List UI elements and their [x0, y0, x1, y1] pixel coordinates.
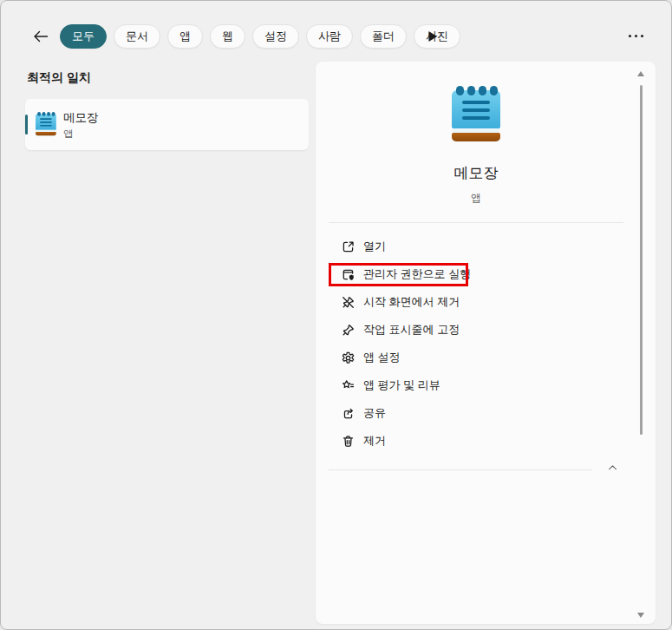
filter-pill-people[interactable]: 사람 — [306, 24, 353, 49]
play-triangle-icon — [427, 30, 438, 43]
action-open[interactable]: 열기 — [316, 233, 636, 260]
filter-pill-apps[interactable]: 앱 — [167, 24, 203, 49]
result-title: 메모장 — [63, 110, 99, 126]
filter-label: 앱 — [179, 29, 191, 44]
preview-panel: 메모장 앱 열기 관리자 권한으로 실행 — [316, 62, 656, 624]
ellipsis-icon — [629, 35, 631, 37]
action-label: 관리자 권한으로 실행 — [363, 266, 471, 282]
filter-label: 웹 — [222, 29, 233, 44]
filter-label: 사람 — [318, 29, 341, 44]
notepad-app-icon — [36, 112, 56, 136]
run-as-admin-shield-icon — [341, 267, 356, 282]
rate-review-star-icon — [341, 378, 356, 393]
open-icon — [341, 240, 356, 254]
back-arrow-icon — [32, 29, 49, 44]
filter-label: 설정 — [264, 29, 287, 44]
filter-label: 폴더 — [372, 29, 395, 44]
action-label: 열기 — [363, 239, 386, 254]
pin-to-taskbar-icon — [341, 323, 356, 338]
action-unpin-from-start[interactable]: 시작 화면에서 제거 — [316, 288, 636, 316]
action-label: 공유 — [363, 405, 386, 421]
filter-label: 문서 — [126, 29, 148, 44]
action-label: 앱 평가 및 리뷰 — [363, 377, 440, 393]
divider — [329, 222, 623, 223]
preview-app-subtitle: 앱 — [316, 191, 636, 206]
selection-accent-bar — [25, 115, 28, 135]
chevron-up-icon — [606, 462, 619, 474]
action-app-settings[interactable]: 앱 설정 — [316, 344, 636, 371]
action-label: 작업 표시줄에 고정 — [363, 322, 460, 338]
search-filter-bar: 모두 문서 앱 웹 설정 사람 폴더 사진 — [1, 1, 671, 62]
action-run-as-admin[interactable]: 관리자 권한으로 실행 — [316, 260, 636, 288]
scroll-down-icon — [637, 613, 644, 618]
scrollbar-thumb[interactable] — [640, 85, 643, 435]
back-button[interactable] — [29, 25, 53, 48]
collapse-panel-button[interactable] — [602, 459, 623, 476]
notepad-app-icon — [452, 86, 500, 141]
share-icon — [341, 406, 356, 421]
divider — [329, 469, 592, 470]
filter-pill-settings[interactable]: 설정 — [252, 24, 299, 49]
more-filters-button[interactable] — [422, 27, 443, 46]
trash-icon — [341, 434, 356, 449]
result-item-notepad[interactable]: 메모장 앱 — [25, 99, 309, 150]
action-label: 제거 — [363, 433, 386, 449]
action-pin-to-taskbar[interactable]: 작업 표시줄에 고정 — [316, 316, 636, 344]
action-rate-review[interactable]: 앱 평가 및 리뷰 — [316, 371, 636, 399]
search-flyout-window: 모두 문서 앱 웹 설정 사람 폴더 사진 최적의 일치 — [0, 0, 672, 630]
filter-pill-documents[interactable]: 문서 — [114, 24, 160, 49]
filter-pill-all[interactable]: 모두 — [60, 24, 107, 49]
filter-pill-folders[interactable]: 폴더 — [360, 24, 407, 49]
preview-header: 메모장 앱 — [316, 62, 636, 206]
unpin-from-start-icon — [341, 295, 356, 310]
preview-app-title: 메모장 — [316, 163, 636, 183]
action-share[interactable]: 공유 — [316, 399, 636, 427]
action-list: 열기 관리자 권한으로 실행 시작 화면에서 제거 — [316, 233, 636, 455]
filter-pills: 모두 문서 앱 웹 설정 사람 폴더 사진 — [60, 24, 460, 49]
action-uninstall[interactable]: 제거 — [316, 427, 636, 455]
scroll-up-button[interactable] — [636, 70, 646, 77]
more-options-button[interactable] — [621, 25, 650, 46]
action-label: 시작 화면에서 제거 — [363, 294, 460, 310]
settings-gear-icon — [341, 351, 356, 365]
scroll-down-button[interactable] — [636, 612, 646, 619]
result-subtitle: 앱 — [63, 128, 74, 141]
scroll-up-icon — [637, 71, 644, 76]
filter-label: 모두 — [72, 29, 95, 44]
filter-pill-web[interactable]: 웹 — [210, 24, 245, 49]
action-label: 앱 설정 — [363, 350, 401, 365]
best-match-heading: 최적의 일치 — [27, 70, 91, 86]
